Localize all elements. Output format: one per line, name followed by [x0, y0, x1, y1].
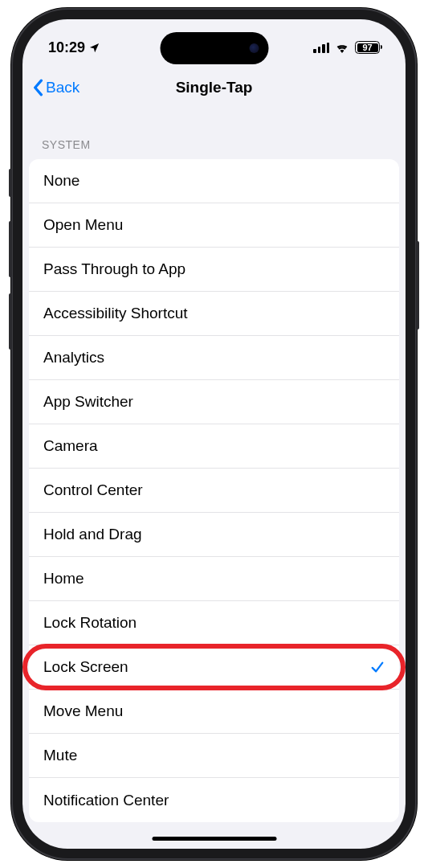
power-button [416, 241, 419, 330]
mute-switch [9, 169, 12, 197]
page-title: Single-Tap [176, 79, 253, 96]
list-item[interactable]: Camera [29, 424, 399, 469]
list-item-label: Move Menu [43, 702, 123, 720]
nav-bar: Back Single-Tap [22, 68, 406, 108]
list-item[interactable]: Move Menu [29, 690, 399, 734]
status-left: 10:29 [48, 39, 100, 56]
list-item-label: Notification Center [43, 792, 169, 809]
list-item[interactable]: Hold and Drag [29, 513, 399, 557]
checkmark-icon [370, 660, 385, 674]
battery-icon: 97 [355, 41, 380, 54]
volume-down-button [9, 293, 12, 350]
settings-list: NoneOpen MenuPass Through to AppAccessib… [29, 159, 399, 822]
list-item-label: Pass Through to App [43, 260, 185, 278]
list-item[interactable]: Lock Screen [29, 645, 399, 690]
list-item-label: Lock Screen [43, 658, 128, 676]
section-header: SYSTEM [22, 108, 406, 159]
battery-level: 97 [357, 43, 378, 52]
list-item[interactable]: Mute [29, 734, 399, 778]
list-item-label: Home [43, 570, 84, 588]
list-item[interactable]: Notification Center [29, 778, 399, 822]
front-camera [249, 43, 259, 53]
list-item[interactable]: Analytics [29, 336, 399, 380]
phone-frame: 10:29 97 [11, 8, 417, 860]
content: SYSTEM NoneOpen MenuPass Through to AppA… [22, 108, 406, 822]
list-item[interactable]: App Switcher [29, 380, 399, 424]
list-item[interactable]: None [29, 159, 399, 203]
screen: 10:29 97 [22, 19, 406, 849]
list-item-label: Control Center [43, 481, 143, 499]
wifi-icon [335, 42, 349, 53]
list-item-label: Lock Rotation [43, 614, 137, 632]
list-item[interactable]: Home [29, 557, 399, 601]
dynamic-island [160, 32, 268, 64]
list-item[interactable]: Lock Rotation [29, 601, 399, 645]
list-item[interactable]: Pass Through to App [29, 248, 399, 292]
home-indicator[interactable] [152, 837, 276, 841]
list-item-label: Accessibility Shortcut [43, 305, 188, 322]
cellular-signal-icon [313, 43, 329, 53]
location-icon [88, 42, 100, 54]
list-item-label: Camera [43, 437, 98, 455]
list-item-label: None [43, 172, 79, 190]
list-item[interactable]: Accessibility Shortcut [29, 292, 399, 336]
list-item-label: Open Menu [43, 216, 123, 234]
list-item-label: Analytics [43, 349, 104, 366]
list-item-label: Hold and Drag [43, 526, 142, 543]
status-right: 97 [313, 41, 380, 54]
back-label: Back [46, 79, 79, 96]
list-item-label: App Switcher [43, 393, 133, 411]
chevron-left-icon [32, 79, 43, 96]
volume-up-button [9, 221, 12, 277]
list-item[interactable]: Control Center [29, 469, 399, 513]
list-item[interactable]: Open Menu [29, 203, 399, 248]
back-button[interactable]: Back [32, 79, 79, 96]
status-time: 10:29 [48, 39, 85, 56]
list-item-label: Mute [43, 747, 77, 764]
